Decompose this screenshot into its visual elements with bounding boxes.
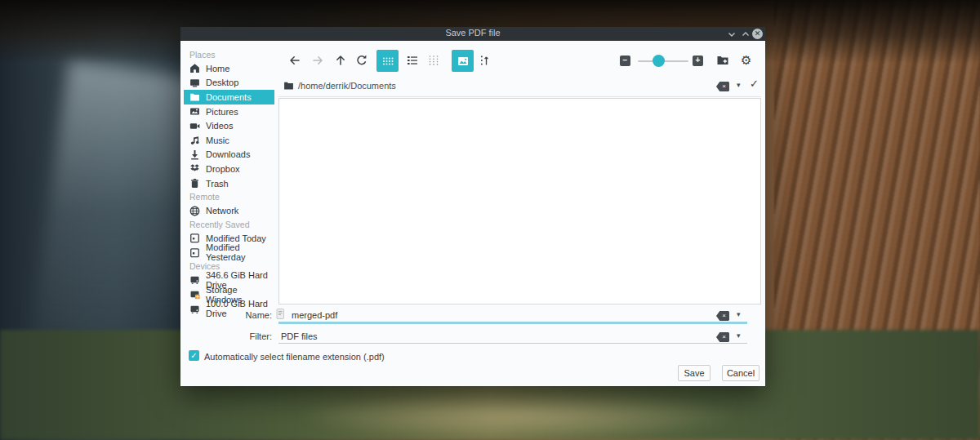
sidebar-item-videos[interactable]: Videos xyxy=(184,118,275,133)
caret-down-icon: ▾ xyxy=(737,310,741,318)
compact-view-button[interactable] xyxy=(427,54,440,67)
filter-input[interactable]: PDF files xyxy=(281,331,318,341)
location-dropdown-button[interactable]: ▾ xyxy=(737,81,741,89)
accept-location-button[interactable]: ✓ xyxy=(750,78,759,90)
detailed-list-view-button[interactable] xyxy=(406,54,419,67)
close-icon: ✕ xyxy=(755,29,761,38)
folder-icon xyxy=(189,91,200,102)
sidebar-item-label: Downloads xyxy=(206,149,250,159)
video-icon xyxy=(189,121,200,131)
calendar-icon xyxy=(189,247,200,258)
clear-icon: × xyxy=(722,82,726,90)
name-dropdown-button[interactable]: ▾ xyxy=(737,310,741,318)
clear-filter-button[interactable]: × xyxy=(716,332,729,342)
sidebar-item-downloads[interactable]: Downloads xyxy=(184,148,275,162)
sidebar-item-label: Trash xyxy=(206,179,229,189)
drive-windows-icon xyxy=(189,289,200,300)
save-button[interactable]: Save xyxy=(678,365,710,381)
image-icon xyxy=(189,106,200,117)
filter-label: Filter: xyxy=(229,331,272,341)
window-title: Save PDF file xyxy=(180,28,765,38)
back-button[interactable] xyxy=(288,54,301,67)
up-arrow-icon xyxy=(334,54,347,67)
zoom-in-button[interactable]: + xyxy=(693,56,703,66)
clear-icon: × xyxy=(722,312,726,319)
name-focus-underline xyxy=(278,322,747,324)
auto-extension-label: Automatically select filename extension … xyxy=(204,352,385,362)
caret-down-icon: ▾ xyxy=(737,81,741,89)
back-arrow-icon xyxy=(288,54,301,67)
settings-gear-icon: ⚙ xyxy=(741,53,751,68)
sidebar-item-network[interactable]: Network xyxy=(184,203,275,218)
sidebar-section-header: Recently Saved xyxy=(184,218,275,231)
icons-view-icon xyxy=(381,55,394,68)
chevron-up-icon xyxy=(742,31,750,38)
sidebar-item-trash[interactable]: Trash xyxy=(184,176,275,191)
check-icon: ✓ xyxy=(750,78,759,90)
globe-icon xyxy=(189,206,200,216)
sidebar-section-header: Remote xyxy=(184,190,275,203)
auto-extension-checkbox[interactable]: ✓ xyxy=(189,350,199,361)
new-folder-button[interactable] xyxy=(716,54,729,67)
maximize-button[interactable] xyxy=(740,29,751,39)
sidebar-item-dropbox[interactable]: Dropbox xyxy=(184,162,275,176)
settings-button[interactable]: ⚙ xyxy=(741,53,751,68)
icons-view-button[interactable] xyxy=(376,50,399,72)
file-list-panel[interactable] xyxy=(278,98,761,304)
sidebar-item-label: Desktop xyxy=(206,78,238,87)
zoom-out-button[interactable]: − xyxy=(620,56,630,66)
chevron-down-icon xyxy=(728,31,736,38)
sidebar-item-home[interactable]: Home xyxy=(184,61,275,76)
sidebar-item-modified-yesterday[interactable]: Modified Yesterday xyxy=(184,246,275,260)
compact-view-icon xyxy=(427,54,440,67)
clear-name-button[interactable]: × xyxy=(716,311,729,321)
sidebar-item-desktop[interactable]: Desktop xyxy=(184,76,275,91)
location-input[interactable]: /home/derrik/Documents xyxy=(298,81,396,91)
filter-underline xyxy=(278,343,747,344)
wallpaper-sandbar xyxy=(294,392,745,440)
sidebar-item-label: Network xyxy=(206,206,238,216)
save-pdf-dialog: Save PDF file ✕ PlacesHomeDesktopDocumen… xyxy=(180,27,765,386)
close-button[interactable]: ✕ xyxy=(752,29,763,39)
sidebar-item-label: Modified Today xyxy=(206,233,266,243)
check-icon: ✓ xyxy=(190,351,197,360)
drive-icon xyxy=(189,274,200,285)
reload-button[interactable] xyxy=(355,54,368,67)
clear-icon: × xyxy=(722,333,726,340)
drive-icon xyxy=(189,304,200,314)
path-folder-icon xyxy=(283,80,294,92)
minus-icon: − xyxy=(623,56,628,64)
name-input[interactable]: merged-pdf xyxy=(292,310,337,320)
sidebar-item-label: Documents xyxy=(206,92,252,102)
titlebar[interactable]: Save PDF file ✕ xyxy=(180,27,765,41)
filter-dropdown-button[interactable]: ▾ xyxy=(737,331,741,340)
home-icon xyxy=(189,63,200,73)
sidebar-item-label: Home xyxy=(206,64,229,73)
zoom-slider-handle[interactable] xyxy=(653,55,665,67)
name-label: Name: xyxy=(229,310,272,320)
sidebar-item-label: Pictures xyxy=(206,107,238,117)
sort-order-button[interactable] xyxy=(478,54,491,67)
sidebar-item-label: Videos xyxy=(206,121,233,131)
clear-location-button[interactable]: × xyxy=(716,82,729,91)
file-type-icon xyxy=(276,309,285,321)
cancel-button[interactable]: Cancel xyxy=(722,365,760,381)
new-folder-icon xyxy=(716,54,729,67)
location-underline xyxy=(278,96,761,97)
forward-button[interactable] xyxy=(311,54,324,67)
forward-arrow-icon xyxy=(311,54,324,67)
minimize-button[interactable] xyxy=(726,29,737,39)
preview-toggle-button[interactable] xyxy=(452,50,474,72)
preview-icon xyxy=(457,55,470,68)
sidebar-item-music[interactable]: Music xyxy=(184,133,275,148)
sidebar-item-label: Music xyxy=(206,136,229,145)
sidebar-item-documents[interactable]: Documents xyxy=(184,90,274,104)
sidebar-section-header: Places xyxy=(184,48,275,61)
sidebar-item-pictures[interactable]: Pictures xyxy=(184,104,275,119)
music-icon xyxy=(189,135,200,145)
up-button[interactable] xyxy=(334,54,347,67)
sort-icon xyxy=(478,54,491,67)
download-icon xyxy=(189,149,200,160)
reload-icon xyxy=(355,54,368,67)
plus-icon: + xyxy=(696,56,701,64)
